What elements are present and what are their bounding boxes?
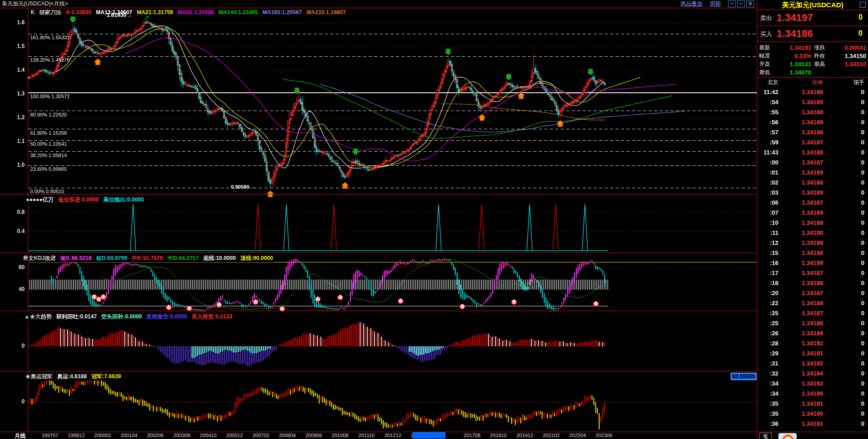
tick-volume: 0 bbox=[823, 280, 868, 286]
tick-row[interactable]: :321.341940 bbox=[757, 368, 868, 378]
tick-row[interactable]: :071.341890 bbox=[757, 207, 868, 217]
smiley-signal-icon bbox=[101, 295, 106, 300]
time-axis-label[interactable]: 202306 bbox=[595, 433, 612, 438]
tab-ticks[interactable]: 笔 bbox=[759, 433, 772, 439]
stat-value: 1.34191 bbox=[777, 44, 811, 51]
time-axis-label[interactable]: 201212 bbox=[385, 433, 402, 438]
back-arrow-icon[interactable]: ⇦ bbox=[728, 0, 736, 7]
tick-row[interactable]: :251.341870 bbox=[757, 308, 868, 318]
maximize-icon[interactable] bbox=[860, 2, 866, 8]
time-axis-label[interactable]: 201110 bbox=[359, 433, 375, 438]
tick-volume: 0 bbox=[823, 109, 868, 116]
tick-price: 1.34188 bbox=[778, 129, 823, 136]
tick-row[interactable]: :291.341910 bbox=[757, 348, 868, 358]
tick-table[interactable]: 11:421.341860:541.341890:551.341880:561.… bbox=[757, 87, 868, 428]
time-axis-label[interactable]: 200702 bbox=[252, 433, 269, 438]
time-axis-label[interactable]: 201008 bbox=[332, 433, 348, 438]
ma165-line bbox=[320, 85, 685, 132]
forward-arrow-icon[interactable]: ⇨ bbox=[737, 0, 745, 7]
time-axis-label[interactable]: 201810 bbox=[490, 433, 507, 438]
smiley-signal-icon bbox=[253, 300, 258, 305]
time-axis-label[interactable]: 200308 bbox=[173, 433, 190, 438]
ask-row[interactable]: 卖出 1.34197 0 bbox=[757, 10, 868, 26]
smiley-signal-icon bbox=[316, 297, 321, 302]
time-axis-label[interactable]: 200206 bbox=[147, 433, 164, 438]
tick-row[interactable]: :341.341900 bbox=[757, 388, 868, 398]
time-axis-label[interactable]: 202204 bbox=[569, 433, 586, 438]
time-axis-label[interactable]: 201708 bbox=[464, 433, 481, 438]
indicator-param: 奥运:4.6188 bbox=[57, 373, 87, 381]
tick-row[interactable]: :101.341880 bbox=[757, 217, 868, 227]
tick-row[interactable]: :571.341880 bbox=[757, 127, 868, 137]
time-axis-label[interactable]: 201912 bbox=[516, 433, 533, 438]
tick-price: 1.34189 bbox=[778, 330, 823, 337]
tick-volume: 0 bbox=[823, 89, 868, 95]
overlay-link[interactable]: 商品叠加 bbox=[680, 0, 702, 8]
time-axis-label[interactable]: 200104 bbox=[121, 433, 138, 438]
indicator-name: K bbox=[31, 9, 35, 16]
tick-row[interactable]: :021.341880 bbox=[757, 177, 868, 187]
tick-row[interactable]: :001.341870 bbox=[757, 157, 868, 167]
tick-row[interactable]: :541.341890 bbox=[757, 97, 868, 107]
tick-row[interactable]: :181.341880 bbox=[757, 278, 868, 288]
smiley-signal-icon bbox=[166, 305, 171, 310]
window-nav-icons: ⇦ ⇨ ⊞ bbox=[728, 0, 754, 7]
indicator-param: 买入持货:0.0133 bbox=[192, 313, 232, 321]
buy-arrow-icon bbox=[478, 114, 486, 121]
tick-row[interactable]: 11:431.341880 bbox=[757, 147, 868, 157]
ask-volume: 0 bbox=[858, 13, 863, 21]
tick-volume: 0 bbox=[823, 340, 868, 347]
time-axis-selected[interactable] bbox=[413, 432, 445, 439]
period-label[interactable]: 月线 bbox=[15, 432, 26, 439]
tick-row[interactable]: :361.341910 bbox=[757, 418, 868, 428]
tick-row[interactable]: :161.341890 bbox=[757, 258, 868, 268]
tick-row[interactable]: :201.341870 bbox=[757, 288, 868, 298]
tick-price: 1.34189 bbox=[778, 119, 823, 126]
time-axis-label[interactable]: 199707 bbox=[42, 433, 59, 438]
time-axis-label[interactable]: 200804 bbox=[279, 433, 296, 438]
tick-row[interactable]: 11:421.341860 bbox=[757, 87, 868, 97]
stat-value: 1.34070 bbox=[777, 69, 811, 76]
indicator-param: 坚绝做空:0.0000 bbox=[146, 313, 187, 321]
tick-row[interactable]: :221.341890 bbox=[757, 298, 868, 308]
tick-row[interactable]: :261.341890 bbox=[757, 328, 868, 338]
ask-label: 卖出 bbox=[760, 14, 772, 22]
period-link[interactable]: 周期 bbox=[710, 0, 721, 8]
tick-row[interactable]: :281.341920 bbox=[757, 338, 868, 348]
tick-row[interactable]: :011.341890 bbox=[757, 167, 868, 177]
tick-time: :29 bbox=[757, 350, 778, 357]
split-window-icon[interactable]: ⊞ bbox=[746, 0, 754, 7]
tick-volume: 0 bbox=[823, 169, 868, 176]
tick-row[interactable]: :111.341900 bbox=[757, 227, 868, 238]
tick-row[interactable]: :351.341900 bbox=[757, 408, 868, 418]
tick-row[interactable]: :561.341890 bbox=[757, 117, 868, 127]
time-axis-label[interactable]: 200410 bbox=[200, 433, 217, 438]
tick-price: 1.34187 bbox=[778, 310, 823, 317]
tick-row[interactable]: :061.341870 bbox=[757, 197, 868, 207]
tick-row[interactable]: :031.341890 bbox=[757, 187, 868, 197]
tick-price: 1.34188 bbox=[778, 280, 823, 286]
time-axis-label[interactable]: 199812 bbox=[68, 433, 85, 438]
time-axis-label[interactable]: 200002 bbox=[94, 433, 111, 438]
tick-row[interactable]: :351.341910 bbox=[757, 398, 868, 408]
bid-row[interactable]: 买入 1.34186 0 bbox=[757, 26, 868, 42]
tick-row[interactable]: :251.341880 bbox=[757, 318, 868, 328]
buy-arrow-icon bbox=[341, 182, 348, 189]
tick-price: 1.34189 bbox=[778, 189, 823, 196]
time-axis-label[interactable]: 200906 bbox=[305, 433, 322, 438]
tick-row[interactable]: :551.341880 bbox=[757, 107, 868, 117]
tick-row[interactable]: :591.341870 bbox=[757, 137, 868, 147]
tick-row[interactable]: :171.341870 bbox=[757, 268, 868, 278]
col-volume: 现手 bbox=[823, 79, 868, 86]
tick-row[interactable]: :311.341920 bbox=[757, 358, 868, 368]
tick-price: 1.34190 bbox=[778, 229, 823, 236]
bid-volume: 0 bbox=[858, 29, 863, 37]
time-axis-label[interactable]: 200512 bbox=[226, 433, 243, 438]
tick-row[interactable]: :151.341880 bbox=[757, 248, 868, 258]
tick-time: :25 bbox=[757, 310, 778, 317]
time-axis-label[interactable]: 202102 bbox=[543, 433, 560, 438]
tick-time: :17 bbox=[757, 270, 778, 276]
tick-row[interactable]: :121.341890 bbox=[757, 238, 868, 248]
indicator-param: MA165:1.20567 bbox=[263, 9, 302, 16]
tick-row[interactable]: :341.341920 bbox=[757, 378, 868, 388]
